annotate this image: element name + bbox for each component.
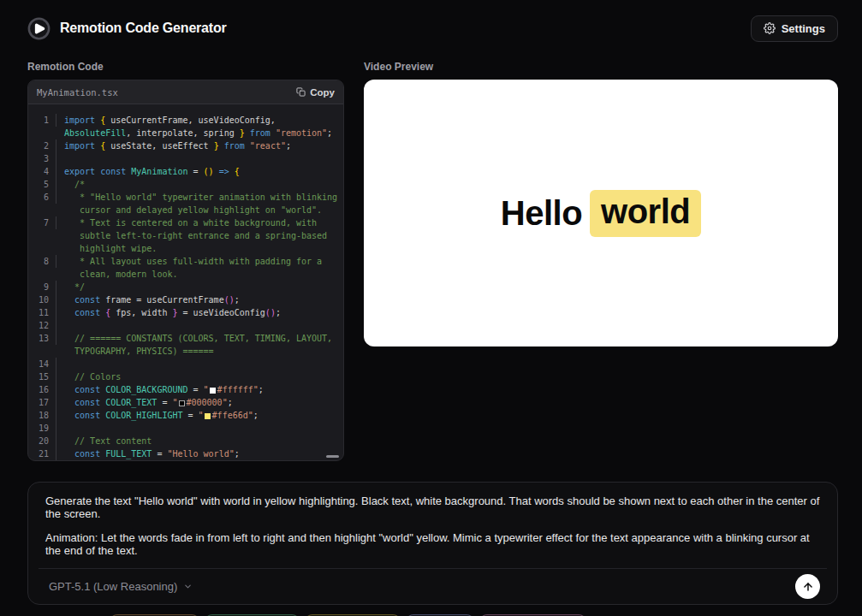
line-number: 2 xyxy=(28,139,56,152)
code-line: 15// Colors xyxy=(28,370,343,383)
preview-text: Hello world xyxy=(501,190,701,237)
code-line: 20// Text content xyxy=(28,435,343,447)
code-editor-panel: MyAnimation.tsx Copy 1import { useCurren… xyxy=(27,80,344,461)
line-number: 8 xyxy=(28,255,56,268)
gear-icon xyxy=(764,22,776,34)
horizontal-scrollbar-thumb[interactable] xyxy=(326,455,339,458)
code-line-content: /* xyxy=(56,178,343,191)
line-number: 12 xyxy=(28,319,56,332)
code-line-content: * Text is centered on a white background… xyxy=(56,216,343,255)
line-number: 15 xyxy=(28,370,56,383)
prompt-paragraph-2: Animation: Let the words fade in from le… xyxy=(45,531,820,557)
color-swatch xyxy=(205,413,211,419)
line-number: 21 xyxy=(28,447,56,460)
remotion-logo-icon xyxy=(27,17,51,40)
settings-button[interactable]: Settings xyxy=(751,15,838,42)
video-preview: Hello world xyxy=(364,80,838,346)
preview-word-highlighted: world xyxy=(590,190,701,237)
prompt-input[interactable]: Generate the text "Hello world" with wor… xyxy=(45,495,820,557)
code-lines[interactable]: 1import { useCurrentFrame, useVideoConfi… xyxy=(28,104,343,461)
code-editor-header: MyAnimation.tsx Copy xyxy=(28,80,343,104)
code-line-content: import { useState, useEffect } from "rea… xyxy=(56,139,343,152)
code-line: 11const { fps, width } = useVideoConfig(… xyxy=(28,306,343,319)
line-number: 17 xyxy=(28,396,56,409)
line-number: 13 xyxy=(28,332,56,345)
line-number: 20 xyxy=(28,435,56,447)
composer-footer: GPT-5.1 (Low Reasoning) xyxy=(39,568,827,604)
code-section-label: Remotion Code xyxy=(27,61,344,73)
code-line: 6* "Hello world" typewriter animation wi… xyxy=(28,191,343,216)
code-line: 21const FULL_TEXT = "Hello world"; xyxy=(28,447,343,460)
code-line-content: * All layout uses full-width with paddin… xyxy=(56,255,343,281)
section-labels: Remotion Code Video Preview xyxy=(27,61,838,73)
line-number: 1 xyxy=(28,114,56,127)
line-number: 7 xyxy=(28,216,56,229)
prompt-composer: Generate the text "Hello world" with wor… xyxy=(27,482,838,605)
model-label: GPT-5.1 (Low Reasoning) xyxy=(49,580,177,593)
line-number: 3 xyxy=(28,152,56,165)
code-line: 8* All layout uses full-width with paddi… xyxy=(28,255,343,281)
line-number: 16 xyxy=(28,383,56,396)
chevron-down-icon xyxy=(183,582,193,591)
line-number: 9 xyxy=(28,281,56,293)
code-line-content: // Colors xyxy=(56,370,343,383)
code-line-content: const COLOR_HIGHLIGHT = "#ffe66d"; xyxy=(56,409,343,422)
send-button[interactable] xyxy=(795,574,820,599)
code-line: 19 xyxy=(28,422,343,435)
code-line: 1import { useCurrentFrame, useVideoConfi… xyxy=(28,114,343,139)
code-line-content: // Text content xyxy=(56,435,343,447)
code-line: 3 xyxy=(28,152,343,165)
app-header: Remotion Code Generator Settings xyxy=(27,14,838,43)
code-line: 7* Text is centered on a white backgroun… xyxy=(28,216,343,255)
line-number: 5 xyxy=(28,178,56,191)
code-line: 16const COLOR_BACKGROUND = "#ffffff"; xyxy=(28,383,343,396)
code-line: 13// ====== CONSTANTS (COLORS, TEXT, TIM… xyxy=(28,332,343,358)
code-line-content: * "Hello world" typewriter animation wit… xyxy=(56,191,343,216)
color-swatch xyxy=(179,400,185,406)
settings-label: Settings xyxy=(782,22,825,35)
code-line: 12 xyxy=(28,319,343,332)
arrow-up-icon xyxy=(802,581,814,593)
code-line: 9*/ xyxy=(28,281,343,293)
code-line-content: export const MyAnimation = () => { xyxy=(56,165,343,178)
line-number: 19 xyxy=(28,422,56,435)
line-number: 4 xyxy=(28,165,56,178)
copy-label: Copy xyxy=(310,87,335,98)
app: { "header": { "title": "Remotion Code Ge… xyxy=(0,0,862,616)
code-line: 14 xyxy=(28,358,343,370)
color-swatch xyxy=(210,388,216,394)
code-line-content: const { fps, width } = useVideoConfig(); xyxy=(56,306,343,319)
code-line-content: const FULL_TEXT = "Hello world"; xyxy=(56,447,343,460)
code-line: 17const COLOR_TEXT = "#000000"; xyxy=(28,396,343,409)
code-line-content: const COLOR_TEXT = "#000000"; xyxy=(56,396,343,409)
line-number: 14 xyxy=(28,358,56,370)
code-line-content: const frame = useCurrentFrame(); xyxy=(56,293,343,306)
code-line: 5/* xyxy=(28,178,343,191)
code-line: 18const COLOR_HIGHLIGHT = "#ffe66d"; xyxy=(28,409,343,422)
preview-section-label: Video Preview xyxy=(364,61,838,73)
copy-icon xyxy=(296,87,306,97)
code-filename: MyAnimation.tsx xyxy=(37,87,118,98)
line-number: 18 xyxy=(28,409,56,422)
model-selector[interactable]: GPT-5.1 (Low Reasoning) xyxy=(45,580,196,593)
code-line-content: const COLOR_BACKGROUND = "#ffffff"; xyxy=(56,383,343,396)
code-line: 10const frame = useCurrentFrame(); xyxy=(28,293,343,306)
page-title: Remotion Code Generator xyxy=(60,21,227,36)
preview-word-plain: Hello xyxy=(501,194,582,233)
line-number: 11 xyxy=(28,306,56,319)
code-line: 4export const MyAnimation = () => { xyxy=(28,165,343,178)
line-number: 10 xyxy=(28,293,56,306)
line-number: 6 xyxy=(28,191,56,204)
copy-button[interactable]: Copy xyxy=(296,87,335,98)
prompt-paragraph-1: Generate the text "Hello world" with wor… xyxy=(45,495,820,520)
code-line-content: */ xyxy=(56,281,343,293)
code-line-content: // ====== CONSTANTS (COLORS, TEXT, TIMIN… xyxy=(56,332,343,358)
code-line: 2import { useState, useEffect } from "re… xyxy=(28,139,343,152)
code-line-content: import { useCurrentFrame, useVideoConfig… xyxy=(56,114,343,139)
main-panels: MyAnimation.tsx Copy 1import { useCurren… xyxy=(27,80,838,461)
